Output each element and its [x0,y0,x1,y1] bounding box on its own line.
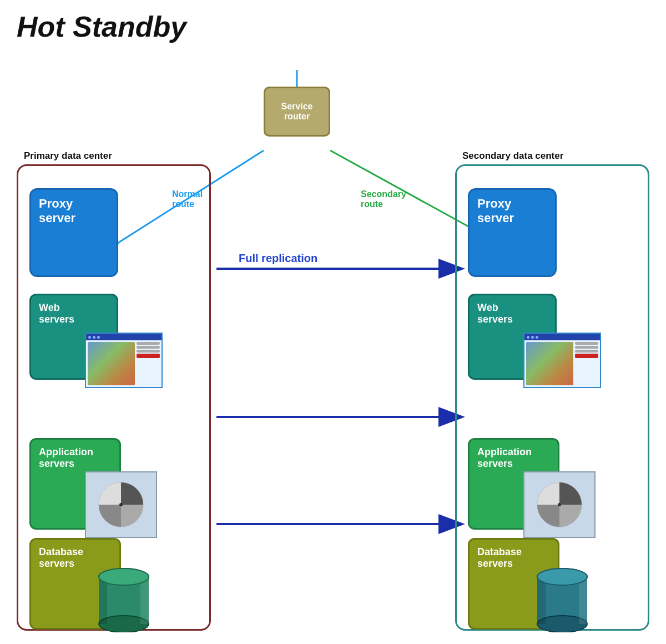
secondary-datacenter: Secondary data center Proxy server Web s… [455,164,649,631]
secondary-route-label: Secondary route [361,189,406,209]
svg-point-17 [99,568,149,585]
svg-point-11 [119,503,123,506]
primary-datacenter: Primary data center Proxy server Web ser… [17,164,211,631]
full-replication-label: Full replication [239,252,317,265]
normal-route-label: Normal route [172,189,203,209]
secondary-dc-label: Secondary data center [462,150,563,162]
svg-point-19 [558,503,561,506]
secondary-db-cylinder [534,566,590,632]
primary-dc-label: Primary data center [24,150,112,162]
secondary-proxy-server: Proxy server [468,188,557,277]
primary-proxy-server: Proxy server [29,188,118,277]
service-router: Service router [264,87,330,137]
secondary-web-mockup [523,333,601,388]
page-title: Hot Standby [0,0,666,53]
secondary-chart-mockup [523,471,596,538]
svg-rect-15 [99,577,107,624]
svg-rect-16 [140,577,149,624]
svg-rect-24 [579,577,587,624]
svg-point-25 [537,568,587,585]
diagram-area: Service router Primary data center Proxy… [0,53,666,644]
primary-web-mockup [85,333,163,388]
primary-db-cylinder [96,566,152,632]
primary-chart-mockup [85,471,157,538]
svg-rect-23 [537,577,546,624]
